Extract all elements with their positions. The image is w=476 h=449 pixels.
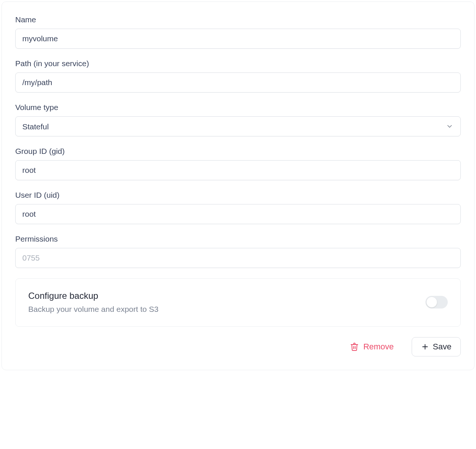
permissions-input[interactable] xyxy=(15,248,461,268)
volume-type-select[interactable]: Stateful xyxy=(15,116,461,136)
uid-label: User ID (uid) xyxy=(15,191,461,200)
remove-button[interactable]: Remove xyxy=(350,342,394,352)
permissions-label: Permissions xyxy=(15,235,461,243)
volume-form-card: Name Path (in your service) Volume type … xyxy=(1,1,475,370)
field-name: Name xyxy=(15,15,461,49)
field-uid: User ID (uid) xyxy=(15,191,461,224)
remove-label: Remove xyxy=(363,342,394,352)
path-input[interactable] xyxy=(15,72,461,93)
backup-subtitle: Backup your volume and export to S3 xyxy=(28,305,158,314)
toggle-knob xyxy=(427,297,437,307)
gid-label: Group ID (gid) xyxy=(15,147,461,156)
save-button[interactable]: Save xyxy=(412,337,461,356)
backup-title: Configure backup xyxy=(28,291,158,301)
trash-icon xyxy=(350,342,359,351)
name-label: Name xyxy=(15,15,461,24)
save-label: Save xyxy=(433,342,451,352)
volume-type-select-wrap: Stateful xyxy=(15,116,461,136)
path-label: Path (in your service) xyxy=(15,59,461,68)
form-actions: Remove Save xyxy=(15,337,461,356)
uid-input[interactable] xyxy=(15,204,461,224)
field-permissions: Permissions xyxy=(15,235,461,268)
configure-backup-panel: Configure backup Backup your volume and … xyxy=(15,278,461,327)
field-path: Path (in your service) xyxy=(15,59,461,93)
plus-icon xyxy=(421,343,429,351)
backup-toggle[interactable] xyxy=(425,296,448,309)
name-input[interactable] xyxy=(15,29,461,49)
volume-type-label: Volume type xyxy=(15,103,461,112)
backup-text: Configure backup Backup your volume and … xyxy=(28,291,158,314)
field-gid: Group ID (gid) xyxy=(15,147,461,180)
field-volume-type: Volume type Stateful xyxy=(15,103,461,136)
gid-input[interactable] xyxy=(15,160,461,180)
